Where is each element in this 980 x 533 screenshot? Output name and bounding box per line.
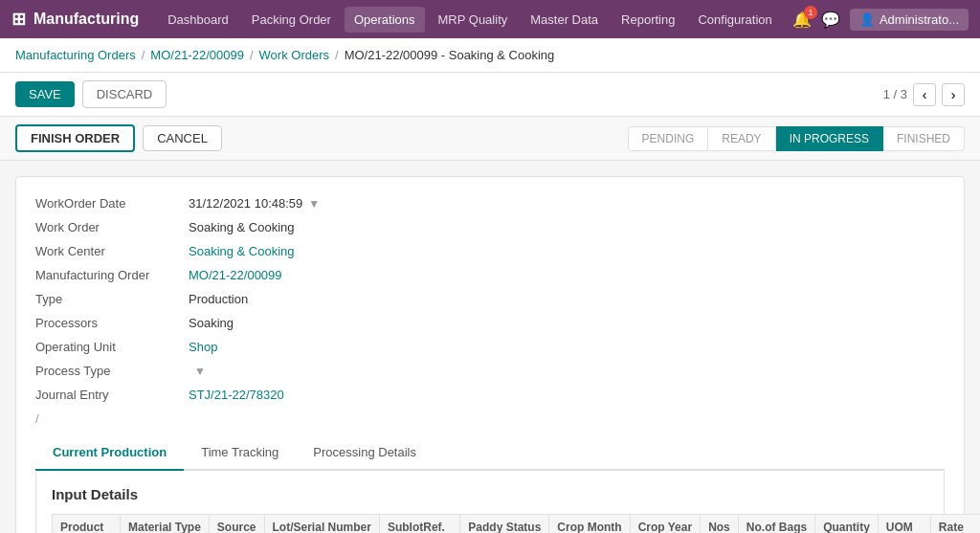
value-process-type: ▼ [189,365,206,378]
app-logo: ⊞ Manufacturing [11,9,139,30]
breadcrumb-work-orders[interactable]: Work Orders [259,48,329,62]
user-avatar-icon: 👤 [859,12,875,27]
breadcrumb-current: MO/21-22/00099 - Soaking & Cooking [345,48,555,62]
status-pills: PENDING READY IN PROGRESS FINISHED [628,126,965,151]
col-no-of-bags: No.of Bags [738,515,814,534]
col-nos: Nos [701,515,739,534]
table-section: Input Details Product Material Type Sour… [35,471,945,533]
finish-order-button[interactable]: FINISH ORDER [15,124,135,152]
topnav-right: 🔔 1 💬 👤 Administrato... [792,9,969,31]
value-workorder-date: 31/12/2021 10:48:59 ▼ [189,196,320,211]
value-type: Production [189,292,248,306]
tab-current-production[interactable]: Current Production [35,435,184,471]
nav-mrp-quality[interactable]: MRP Quality [429,7,518,33]
col-source: Source [209,515,264,534]
section-title: Input Details [52,486,928,502]
field-work-center: Work Center Soaking & Cooking [35,244,945,258]
pagination: 1 / 3 ‹ › [883,83,965,106]
field-process-type: Process Type ▼ [35,364,945,378]
status-ready[interactable]: READY [708,126,775,151]
value-work-order: Soaking & Cooking [189,220,295,234]
col-subiot-ref: SubIotRef. [379,515,459,534]
label-type: Type [35,292,189,306]
label-operating-unit: Operating Unit [35,340,189,354]
field-manufacturing-order: Manufacturing Order MO/21-22/00099 [35,268,945,282]
user-menu[interactable]: 👤 Administrato... [850,9,969,31]
breadcrumb-sep-1: / [142,48,145,62]
workorder-date-dropdown[interactable]: ▼ [308,197,320,211]
nav-master-data[interactable]: Master Data [521,7,608,33]
notification-icon[interactable]: 🔔 1 [792,11,812,29]
breadcrumb-manufacturing-orders[interactable]: Manufacturing Orders [15,48,136,62]
label-manufacturing-order: Manufacturing Order [35,268,189,282]
status-in-progress[interactable]: IN PROGRESS [776,126,883,151]
value-work-center: Soaking & Cooking [189,244,295,258]
cancel-button[interactable]: CANCEL [143,125,222,151]
field-work-order: Work Order Soaking & Cooking [35,220,945,234]
breadcrumb-sep-3: / [335,48,339,62]
grid-icon[interactable]: ⊞ [11,9,26,30]
table-header-row: Product Material Type Source Lot/Serial … [53,515,981,534]
app-name: Manufacturing [33,11,139,28]
save-button[interactable]: SAVE [15,81,75,107]
nav-reporting[interactable]: Reporting [612,7,684,33]
label-workorder-date: WorkOrder Date [35,196,189,211]
col-material-type: Material Type [121,515,210,534]
topnav-menu: Dashboard Packing Order Operations MRP Q… [158,7,792,33]
label-work-order: Work Order [35,220,189,234]
input-details-table: Product Material Type Source Lot/Serial … [52,514,980,533]
col-crop-year: Crop Year [630,515,700,534]
label-work-center: Work Center [35,244,189,258]
tab-processing-details[interactable]: Processing Details [296,435,434,471]
col-crop-month: Crop Month [549,515,630,534]
col-lot-serial: Lot/Serial Number [264,515,379,534]
user-label: Administrato... [880,12,959,27]
label-processors: Processors [35,316,189,330]
value-journal-entry: STJ/21-22/78320 [189,388,284,402]
field-processors: Processors Soaking [35,316,945,330]
breadcrumb-sep-2: / [250,48,254,62]
process-type-dropdown[interactable]: ▼ [194,365,206,378]
status-pending[interactable]: PENDING [628,126,709,151]
status-finished[interactable]: FINISHED [883,126,965,151]
discard-button[interactable]: DISCARD [82,80,167,108]
col-paddy-status: Paddy Status [460,515,549,534]
value-operating-unit: Shop [189,340,217,354]
label-journal-entry: Journal Entry [35,388,189,402]
pagination-text: 1 / 3 [883,87,907,101]
nav-operations[interactable]: Operations [345,7,425,33]
nav-configuration[interactable]: Configuration [688,7,781,33]
tab-time-tracking[interactable]: Time Tracking [184,435,296,471]
chat-icon[interactable]: 💬 [821,11,840,29]
slash-separator: / [35,411,945,426]
action-bar: SAVE DISCARD 1 / 3 ‹ › [0,73,980,117]
label-process-type: Process Type [35,364,189,378]
value-manufacturing-order: MO/21-22/00099 [189,268,282,282]
value-processors: Soaking [189,316,234,330]
col-uom: UOM [878,515,930,534]
field-operating-unit: Operating Unit Shop [35,340,945,354]
prev-page-button[interactable]: ‹ [913,83,936,106]
next-page-button[interactable]: › [942,83,965,106]
form-card: WorkOrder Date 31/12/2021 10:48:59 ▼ Wor… [15,176,965,533]
notification-badge: 1 [804,6,817,19]
col-quantity: Quantity [815,515,879,534]
col-rate: Rate [930,515,980,534]
breadcrumb: Manufacturing Orders / MO/21-22/00099 / … [0,38,980,73]
tabs: Current Production Time Tracking Process… [35,435,945,471]
nav-dashboard[interactable]: Dashboard [158,7,238,33]
topnav: ⊞ Manufacturing Dashboard Packing Order … [0,0,980,38]
main-content: WorkOrder Date 31/12/2021 10:48:59 ▼ Wor… [0,161,980,533]
field-type: Type Production [35,292,945,306]
field-journal-entry: Journal Entry STJ/21-22/78320 [35,388,945,402]
nav-packing-order[interactable]: Packing Order [242,7,341,33]
breadcrumb-mo-number[interactable]: MO/21-22/00099 [150,48,244,62]
field-workorder-date: WorkOrder Date 31/12/2021 10:48:59 ▼ [35,196,945,211]
col-product: Product [53,515,121,534]
action-bar2: FINISH ORDER CANCEL PENDING READY IN PRO… [0,117,980,161]
